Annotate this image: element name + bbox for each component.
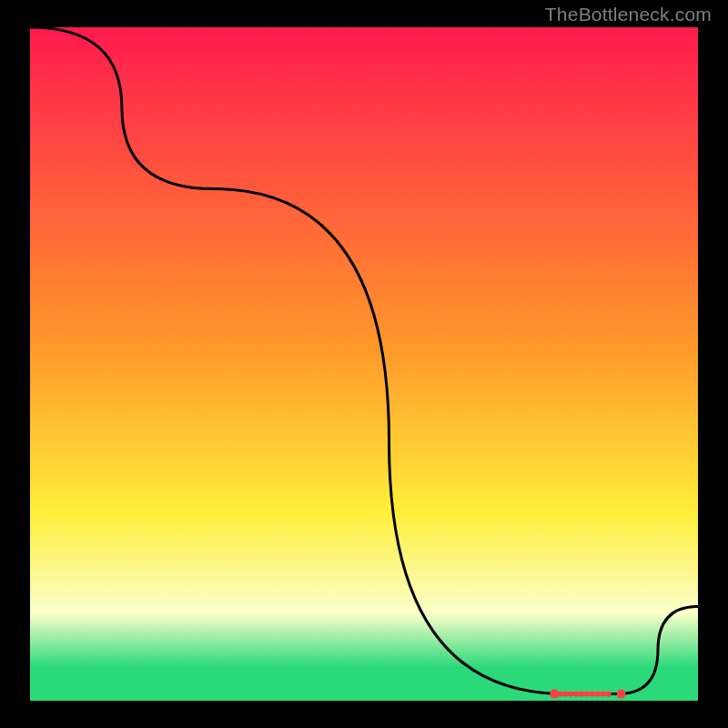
data-marker [562, 691, 568, 696]
data-marker [605, 691, 611, 696]
data-marker [573, 691, 579, 696]
data-marker [584, 691, 590, 696]
data-marker [558, 691, 563, 696]
data-marker [617, 690, 626, 699]
data-marker [568, 691, 573, 696]
chart-svg [0, 0, 728, 728]
chart-frame: TheBottleneck.com [0, 0, 728, 728]
attribution-label: TheBottleneck.com [545, 4, 712, 25]
data-marker [579, 691, 584, 696]
data-marker [601, 691, 606, 696]
data-marker [595, 691, 601, 696]
data-marker [590, 691, 595, 696]
plot-area [30, 27, 698, 701]
